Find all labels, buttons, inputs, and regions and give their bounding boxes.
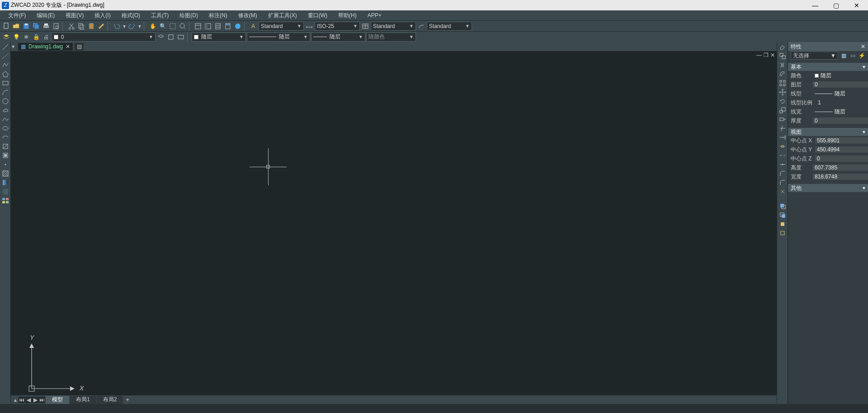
prop-lw-value[interactable]: 随层 — [813, 108, 868, 116]
layer-previous-icon[interactable] — [156, 33, 165, 42]
array-icon[interactable] — [778, 79, 787, 87]
menu-modify[interactable]: 修改(M) — [233, 10, 263, 20]
draworder-under-icon[interactable] — [778, 229, 787, 237]
prop-cx-value[interactable]: 555.8901 — [815, 137, 868, 144]
polygon-icon[interactable] — [1, 70, 10, 78]
hatch-icon[interactable] — [1, 169, 10, 178]
color-combo[interactable]: 随层▼ — [192, 33, 246, 42]
section-basic[interactable]: 基本▾ — [788, 63, 868, 71]
circle-icon[interactable] — [1, 97, 10, 105]
redo-dd-icon[interactable]: ▾ — [137, 22, 142, 31]
quick-select-icon[interactable]: ⚡ — [858, 52, 865, 59]
menu-view[interactable]: 视图(V) — [60, 10, 89, 20]
dim-style-combo[interactable]: ISO-25▼ — [315, 22, 360, 31]
text-style-icon[interactable]: A — [249, 22, 258, 31]
draworder-above-icon[interactable] — [778, 220, 787, 228]
prop-layer-value[interactable]: 0 — [813, 81, 868, 88]
trim-icon[interactable] — [778, 124, 787, 132]
copy-obj-icon[interactable] — [778, 52, 787, 60]
join-icon[interactable] — [778, 160, 787, 169]
mdi-close-icon[interactable]: ✕ — [770, 52, 775, 58]
prop-cy-value[interactable]: 450.4994 — [815, 146, 868, 153]
erase-icon[interactable] — [778, 43, 787, 51]
layer-manager-icon[interactable] — [2, 33, 11, 42]
tab-next-icon[interactable]: ▶ — [32, 397, 38, 403]
menu-help[interactable]: 帮助(H) — [333, 10, 362, 20]
save-copies-icon[interactable] — [32, 22, 41, 31]
menu-edit[interactable]: 编辑(E) — [31, 10, 60, 20]
line-icon[interactable] — [1, 43, 10, 51]
tab-menu-icon[interactable]: ▾ — [12, 43, 16, 50]
minimize-button[interactable]: — — [805, 0, 826, 10]
mirror-icon[interactable] — [778, 61, 787, 69]
section-other[interactable]: 其他▾ — [788, 184, 868, 192]
design-center-icon[interactable] — [203, 22, 212, 31]
close-button[interactable]: ✕ — [846, 0, 867, 10]
ellipse-arc-icon[interactable] — [1, 133, 10, 141]
tab-first-icon[interactable]: ⏮ — [19, 397, 25, 403]
scale-icon[interactable] — [778, 106, 787, 114]
table-style-combo[interactable]: Standard▼ — [371, 22, 416, 31]
layer-lock-icon[interactable]: 🔒 — [32, 33, 41, 42]
tab-prev-icon[interactable]: ◀ — [25, 397, 32, 403]
menu-draw[interactable]: 绘图(D) — [174, 10, 203, 20]
plotstyle-combo[interactable]: 随颜色▼ — [366, 33, 416, 42]
zoom-prev-icon[interactable] — [178, 22, 187, 31]
prop-height-value[interactable]: 607.7385 — [813, 164, 868, 171]
dim-style-icon[interactable] — [305, 22, 314, 31]
draworder-back-icon[interactable] — [778, 211, 787, 219]
revision-cloud-icon[interactable] — [1, 106, 10, 114]
layer-on-icon[interactable]: 💡 — [12, 33, 21, 42]
menu-app[interactable]: APP+ — [362, 10, 387, 20]
paste-icon[interactable] — [87, 22, 96, 31]
layer-combo[interactable]: 0 ▼ — [52, 33, 156, 42]
mleader-style-icon[interactable] — [417, 22, 426, 31]
print-icon[interactable] — [42, 22, 51, 31]
extend-icon[interactable] — [778, 133, 787, 141]
make-block-icon[interactable] — [1, 151, 10, 160]
prop-thk-value[interactable]: 0 — [813, 117, 868, 124]
cut-icon[interactable] — [67, 22, 76, 31]
lineweight-combo[interactable]: 随层▼ — [311, 33, 365, 42]
new-icon[interactable] — [2, 22, 11, 31]
table-icon[interactable] — [1, 197, 10, 205]
mdi-restore-icon[interactable]: ❐ — [764, 52, 769, 58]
smartmouse-icon[interactable] — [233, 22, 242, 31]
mdi-minimize-icon[interactable]: — — [756, 52, 762, 58]
match-icon[interactable] — [97, 22, 106, 31]
menu-window[interactable]: 窗口(W) — [302, 10, 333, 20]
gradient-icon[interactable] — [1, 178, 10, 187]
menu-insert[interactable]: 插入(I) — [89, 10, 116, 20]
polyline-icon[interactable] — [1, 61, 10, 69]
table-style-icon[interactable] — [361, 22, 370, 31]
calculator-icon[interactable] — [223, 22, 232, 31]
close-properties-icon[interactable]: ✕ — [861, 43, 865, 50]
properties-icon[interactable] — [193, 22, 203, 31]
doc-tab-active[interactable]: ▦ Drawing1.dwg ✕ — [18, 43, 73, 51]
undo-dd-icon[interactable]: ▾ — [122, 22, 127, 31]
insert-block-icon[interactable] — [1, 142, 10, 150]
drawing-canvas[interactable]: — ❐ ✕ X Y — [11, 51, 777, 395]
close-tab-icon[interactable]: ✕ — [66, 43, 70, 50]
tab-model[interactable]: 模型 — [46, 396, 69, 404]
save-icon[interactable] — [22, 22, 31, 31]
menu-file[interactable]: 文件(F) — [3, 10, 31, 20]
new-doc-tab[interactable]: ▤ — [75, 43, 84, 51]
selection-combo[interactable]: 无选择 ▼ — [791, 52, 838, 60]
prop-color-value[interactable]: 随层 — [813, 72, 868, 80]
undo-icon[interactable] — [112, 22, 121, 31]
pan-icon[interactable]: ✋ — [148, 22, 157, 31]
move-icon[interactable] — [778, 88, 787, 96]
draworder-front-icon[interactable] — [778, 202, 787, 210]
rectangle-icon[interactable] — [1, 79, 10, 87]
print-preview-icon[interactable] — [52, 22, 61, 31]
copy-icon[interactable] — [77, 22, 86, 31]
layer-freeze-icon[interactable]: ❄ — [22, 33, 31, 42]
ellipse-icon[interactable] — [1, 124, 10, 132]
prop-ltype-value[interactable]: 随层 — [813, 90, 868, 98]
explode-icon[interactable] — [778, 188, 787, 196]
redo-icon[interactable] — [127, 22, 137, 31]
section-view[interactable]: 视图▾ — [788, 128, 868, 136]
linetype-combo[interactable]: 随层▼ — [247, 33, 310, 42]
prop-lscale-value[interactable]: 1 — [816, 99, 868, 106]
